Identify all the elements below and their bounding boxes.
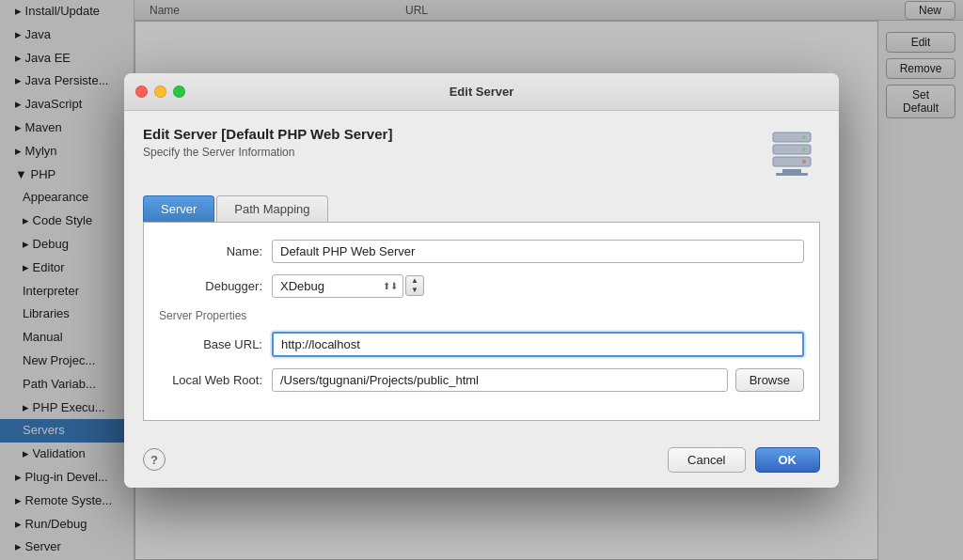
debugger-stepper[interactable]: ▲ ▼ — [405, 275, 424, 296]
local-webroot-input[interactable] — [272, 368, 728, 392]
help-button[interactable]: ? — [143, 448, 166, 471]
modal-title: Edit Server — [450, 85, 514, 99]
svg-rect-7 — [776, 173, 808, 176]
modal-header-section: Edit Server [Default PHP Web Server] Spe… — [143, 126, 820, 182]
debugger-select-wrapper: XDebug — [272, 274, 403, 298]
cancel-button[interactable]: Cancel — [668, 447, 745, 473]
svg-rect-6 — [782, 169, 801, 173]
local-webroot-label: Local Web Root: — [159, 373, 272, 387]
name-label: Name: — [159, 244, 272, 258]
footer-actions: Cancel OK — [668, 447, 820, 473]
ok-button[interactable]: OK — [755, 447, 821, 473]
svg-point-3 — [802, 135, 806, 139]
maximize-button[interactable] — [173, 86, 185, 98]
up-arrow-icon: ▲ — [406, 276, 423, 286]
base-url-input[interactable] — [272, 332, 804, 357]
tab-server[interactable]: Server — [143, 195, 214, 222]
close-button[interactable] — [135, 86, 148, 98]
tab-path-mapping[interactable]: Path Mapping — [216, 195, 327, 222]
svg-point-5 — [802, 160, 806, 163]
name-input[interactable] — [272, 240, 804, 263]
traffic-lights — [135, 86, 185, 98]
modal-header-text: Edit Server [Default PHP Web Server] Spe… — [143, 126, 392, 159]
minimize-button[interactable] — [154, 86, 166, 98]
base-url-row: Base URL: — [159, 332, 804, 357]
svg-point-4 — [802, 148, 806, 151]
down-arrow-icon: ▼ — [406, 286, 423, 295]
local-webroot-row: Local Web Root: Browse — [159, 368, 804, 392]
debugger-row: Debugger: XDebug ▲ ▼ — [159, 274, 804, 298]
browse-button[interactable]: Browse — [735, 368, 804, 392]
server-icon — [764, 126, 820, 182]
tab-content-server: Name: Debugger: XDebug ▲ ▼ — [143, 223, 820, 421]
local-webroot-content: Browse — [272, 368, 804, 392]
base-url-label: Base URL: — [159, 337, 272, 351]
edit-server-dialog: Edit Server Edit Server [Default PHP Web… — [124, 73, 839, 488]
debugger-label: Debugger: — [159, 279, 272, 293]
dialog-tabs: Server Path Mapping — [143, 195, 820, 223]
server-properties-section: Server Properties — [159, 309, 804, 322]
modal-body: Edit Server [Default PHP Web Server] Spe… — [124, 111, 839, 436]
modal-titlebar: Edit Server — [124, 73, 839, 111]
modal-footer: ? Cancel OK — [124, 436, 839, 488]
debugger-select[interactable]: XDebug — [272, 274, 403, 298]
name-row: Name: — [159, 240, 804, 263]
modal-overlay: Edit Server Edit Server [Default PHP Web… — [0, 0, 963, 560]
modal-header-title: Edit Server [Default PHP Web Server] — [143, 126, 392, 142]
modal-header-subtitle: Specify the Server Information — [143, 146, 392, 159]
